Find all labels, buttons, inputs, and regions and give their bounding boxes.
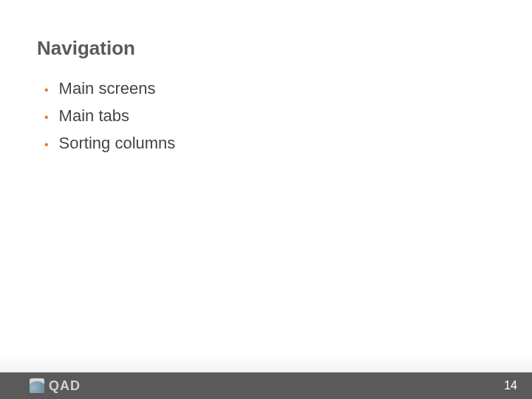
list-item: • Main screens xyxy=(44,78,495,100)
page-number: 14 xyxy=(504,379,517,392)
slide-title: Navigation xyxy=(37,37,495,60)
bullet-dot-icon: • xyxy=(44,109,49,126)
footer-shadow xyxy=(0,355,532,372)
logo-text: QAD xyxy=(49,378,81,394)
bullet-text: Main tabs xyxy=(59,105,129,128)
list-item: • Sorting columns xyxy=(44,132,495,155)
bullet-text: Main screens xyxy=(59,78,156,100)
bullet-dot-icon: • xyxy=(44,137,49,153)
globe-icon xyxy=(30,378,44,393)
bullet-dot-icon: • xyxy=(44,82,49,98)
list-item: • Main tabs xyxy=(44,105,495,128)
slide-content: Navigation • Main screens • Main tabs • … xyxy=(0,0,532,154)
bullet-list: • Main screens • Main tabs • Sorting col… xyxy=(37,78,495,154)
bullet-text: Sorting columns xyxy=(59,132,176,155)
footer-bar: QAD 14 xyxy=(0,372,532,399)
logo: QAD xyxy=(30,378,81,394)
